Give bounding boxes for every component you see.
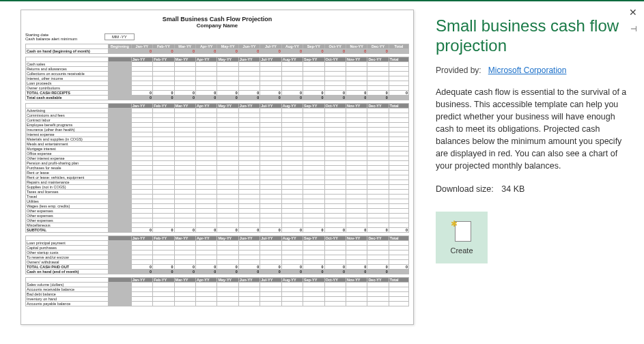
section-table-1: CASH PAID OUTJan-YYFeb-YYMar-YYApr-YYMay…	[25, 103, 409, 233]
sheet-title: Small Business Cash Flow Projection	[25, 16, 409, 23]
create-button[interactable]: ✱ Create	[436, 212, 488, 263]
pin-button[interactable]: ⊣	[630, 25, 637, 33]
download-size-label: Download size:	[436, 184, 494, 194]
template-title: Small business cash flow projection	[436, 16, 629, 56]
worksheet-preview: Small Business Cash Flow Projection Comp…	[20, 10, 414, 325]
section-table-3: OTHER OPERATING DATAJan-YYFeb-YYMar-YYAp…	[25, 277, 409, 306]
close-button[interactable]: ✕	[629, 7, 637, 18]
starting-date-value: MM -YY	[104, 33, 135, 40]
section-table-2: CASH PAID OUTJan-YYFeb-YYMar-YYApr-YYMay…	[25, 235, 409, 274]
template-description: Adequate cash flow is essential to the s…	[436, 86, 629, 173]
template-detail-pane: ✕ ⊣ Small business cash flow projection …	[423, 1, 644, 344]
company-name: Company Name	[25, 23, 409, 29]
cash-on-hand-table: BeginningJan-YYFeb-YYMar-YYApr-YYMay-YYJ…	[25, 44, 409, 54]
create-label: Create	[450, 246, 473, 255]
new-document-icon: ✱	[452, 220, 471, 242]
template-preview: Small Business Cash Flow Projection Comp…	[0, 1, 423, 344]
download-size-value: 34 KB	[501, 184, 524, 194]
alert-min-label: Cash balance alert minimum	[25, 37, 77, 41]
section-table-0: CASH RECEIPTSJan-YYFeb-YYMar-YYApr-YYMay…	[25, 57, 409, 100]
provider-link[interactable]: Microsoft Corporation	[488, 66, 567, 75]
provided-by-label: Provided by:	[436, 66, 481, 75]
